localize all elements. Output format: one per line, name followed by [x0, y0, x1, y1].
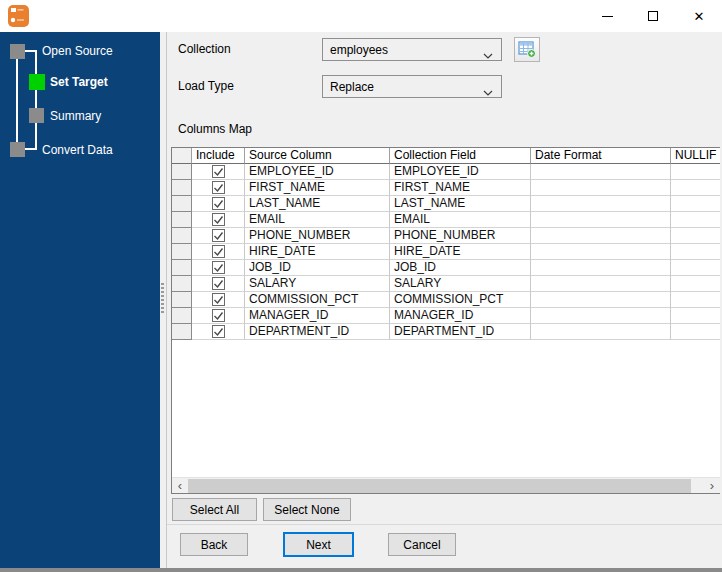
include-cell[interactable] [192, 180, 245, 196]
back-button[interactable]: Back [180, 533, 248, 556]
header-nullif[interactable]: NULLIF [671, 148, 720, 164]
date-format-cell[interactable] [531, 324, 671, 340]
minimize-button[interactable] [584, 0, 630, 32]
header-collection-field[interactable]: Collection Field [390, 148, 531, 164]
row-handle[interactable] [172, 276, 192, 292]
nullif-cell[interactable] [671, 164, 720, 180]
close-button[interactable]: ✕ [676, 0, 722, 32]
scrollbar-track[interactable] [188, 478, 704, 494]
checkbox-checked-icon[interactable] [212, 165, 225, 178]
include-cell[interactable] [192, 292, 245, 308]
scroll-left-button[interactable]: ‹ [172, 478, 188, 494]
include-cell[interactable] [192, 196, 245, 212]
collection-field-cell[interactable]: EMPLOYEE_ID [390, 164, 531, 180]
include-cell[interactable] [192, 164, 245, 180]
collection-field-cell[interactable]: HIRE_DATE [390, 244, 531, 260]
include-cell[interactable] [192, 276, 245, 292]
source-column-cell[interactable]: EMPLOYEE_ID [245, 164, 390, 180]
include-cell[interactable] [192, 212, 245, 228]
date-format-cell[interactable] [531, 276, 671, 292]
nullif-cell[interactable] [671, 212, 720, 228]
load-type-select[interactable]: Replace [322, 75, 502, 98]
date-format-cell[interactable] [531, 308, 671, 324]
date-format-cell[interactable] [531, 244, 671, 260]
source-column-cell[interactable]: PHONE_NUMBER [245, 228, 390, 244]
date-format-cell[interactable] [531, 228, 671, 244]
nullif-cell[interactable] [671, 244, 720, 260]
checkbox-checked-icon[interactable] [212, 293, 225, 306]
row-handle[interactable] [172, 244, 192, 260]
checkbox-checked-icon[interactable] [212, 213, 225, 226]
checkbox-checked-icon[interactable] [212, 229, 225, 242]
maximize-button[interactable] [630, 0, 676, 32]
checkbox-checked-icon[interactable] [212, 309, 225, 322]
include-cell[interactable] [192, 228, 245, 244]
checkbox-checked-icon[interactable] [212, 181, 225, 194]
checkbox-checked-icon[interactable] [212, 245, 225, 258]
collection-field-cell[interactable]: LAST_NAME [390, 196, 531, 212]
splitter-grip-icon[interactable] [161, 283, 165, 313]
row-handle[interactable] [172, 324, 192, 340]
checkbox-checked-icon[interactable] [212, 261, 225, 274]
row-handle[interactable] [172, 292, 192, 308]
nullif-cell[interactable] [671, 196, 720, 212]
collection-select[interactable]: employees [322, 38, 502, 61]
next-button[interactable]: Next [283, 532, 354, 557]
collection-field-cell[interactable]: EMAIL [390, 212, 531, 228]
checkbox-checked-icon[interactable] [212, 277, 225, 290]
include-cell[interactable] [192, 308, 245, 324]
header-include[interactable]: Include [192, 148, 245, 164]
collection-field-cell[interactable]: MANAGER_ID [390, 308, 531, 324]
cancel-button[interactable]: Cancel [388, 533, 456, 556]
collection-field-cell[interactable]: SALARY [390, 276, 531, 292]
row-handle[interactable] [172, 180, 192, 196]
source-column-cell[interactable]: FIRST_NAME [245, 180, 390, 196]
new-collection-button[interactable] [514, 37, 540, 62]
nullif-cell[interactable] [671, 324, 720, 340]
nullif-cell[interactable] [671, 260, 720, 276]
source-column-cell[interactable]: LAST_NAME [245, 196, 390, 212]
row-handle[interactable] [172, 212, 192, 228]
collection-field-cell[interactable]: JOB_ID [390, 260, 531, 276]
nullif-cell[interactable] [671, 180, 720, 196]
nullif-cell[interactable] [671, 228, 720, 244]
row-handle[interactable] [172, 228, 192, 244]
date-format-cell[interactable] [531, 164, 671, 180]
date-format-cell[interactable] [531, 260, 671, 276]
source-column-cell[interactable]: SALARY [245, 276, 390, 292]
row-handle[interactable] [172, 260, 192, 276]
source-column-cell[interactable]: JOB_ID [245, 260, 390, 276]
include-cell[interactable] [192, 260, 245, 276]
date-format-cell[interactable] [531, 292, 671, 308]
collection-field-cell[interactable]: COMMISSION_PCT [390, 292, 531, 308]
include-cell[interactable] [192, 244, 245, 260]
row-handle[interactable] [172, 196, 192, 212]
row-handle[interactable] [172, 164, 192, 180]
nullif-cell[interactable] [671, 276, 720, 292]
date-format-cell[interactable] [531, 196, 671, 212]
horizontal-scrollbar[interactable]: ‹ › [172, 477, 720, 493]
source-column-cell[interactable]: COMMISSION_PCT [245, 292, 390, 308]
source-column-cell[interactable]: DEPARTMENT_ID [245, 324, 390, 340]
include-cell[interactable] [192, 324, 245, 340]
collection-field-cell[interactable]: DEPARTMENT_ID [390, 324, 531, 340]
collection-field-cell[interactable]: FIRST_NAME [390, 180, 531, 196]
header-date-format[interactable]: Date Format [531, 148, 671, 164]
splitter[interactable] [166, 32, 167, 568]
date-format-cell[interactable] [531, 212, 671, 228]
checkbox-checked-icon[interactable] [212, 197, 225, 210]
source-column-cell[interactable]: EMAIL [245, 212, 390, 228]
header-source-column[interactable]: Source Column [245, 148, 390, 164]
nullif-cell[interactable] [671, 308, 720, 324]
collection-field-cell[interactable]: PHONE_NUMBER [390, 228, 531, 244]
select-all-button[interactable]: Select All [172, 498, 257, 521]
scrollbar-thumb[interactable] [188, 479, 691, 493]
source-column-cell[interactable]: HIRE_DATE [245, 244, 390, 260]
row-handle[interactable] [172, 308, 192, 324]
scroll-right-button[interactable]: › [704, 478, 720, 494]
select-none-button[interactable]: Select None [263, 498, 351, 521]
source-column-cell[interactable]: MANAGER_ID [245, 308, 390, 324]
checkbox-checked-icon[interactable] [212, 325, 225, 338]
nullif-cell[interactable] [671, 292, 720, 308]
date-format-cell[interactable] [531, 180, 671, 196]
